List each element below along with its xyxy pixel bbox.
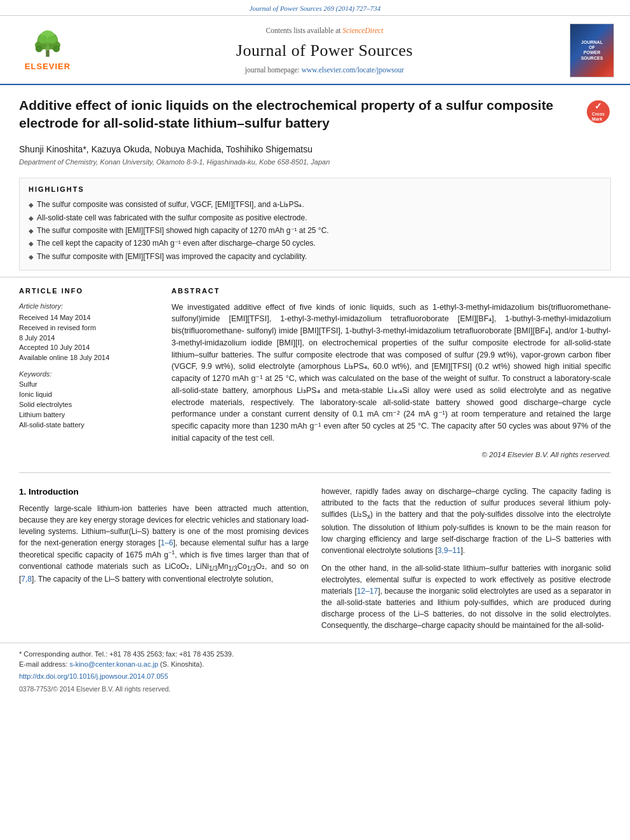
journal-cover-image: JOURNALOFPOWERSOURCES bbox=[570, 23, 614, 77]
two-col-section: ARTICLE INFO Article history: Received 1… bbox=[0, 277, 630, 467]
article-info-col: ARTICLE INFO Article history: Received 1… bbox=[19, 286, 159, 460]
abstract-col: ABSTRACT We investigated additive effect… bbox=[171, 286, 611, 460]
keywords-list: Sulfur Ionic liquid Solid electrolytes L… bbox=[19, 380, 159, 430]
email-link[interactable]: s-kino@center.konan-u.ac.jp bbox=[69, 660, 158, 668]
keywords-label: Keywords: bbox=[19, 370, 159, 380]
crossmark-icon: ✓ CrossMark bbox=[587, 100, 610, 123]
revised-date: Received in revised form8 July 2014 bbox=[19, 323, 159, 343]
header-center: Contents lists available at ScienceDirec… bbox=[89, 23, 560, 77]
highlight-item-2: All-solid-state cell was fabricated with… bbox=[29, 211, 601, 224]
email-line: E-mail address: s-kino@center.konan-u.ac… bbox=[19, 660, 611, 670]
highlight-item-4: The cell kept the capacity of 1230 mAh g… bbox=[29, 237, 601, 250]
intro-section-title: 1. Introduction bbox=[19, 486, 309, 498]
article-history-group: Article history: Received 14 May 2014 Re… bbox=[19, 302, 159, 364]
svg-rect-0 bbox=[46, 50, 49, 57]
history-label: Article history: bbox=[19, 302, 159, 312]
svg-point-8 bbox=[53, 45, 60, 52]
homepage-prefix: journal homepage: bbox=[245, 66, 302, 74]
highlight-item-5: The sulfur composite with [EMI][TFSI] wa… bbox=[29, 250, 601, 263]
elsevier-tree-icon bbox=[29, 28, 67, 60]
sciencedirect-line: Contents lists available at ScienceDirec… bbox=[266, 25, 384, 36]
journal-bar: Journal of Power Sources 269 (2014) 727–… bbox=[0, 0, 630, 16]
section-divider bbox=[19, 472, 611, 473]
publisher-logo-area: ELSEVIER bbox=[13, 23, 83, 77]
cover-title: JOURNALOFPOWERSOURCES bbox=[581, 40, 603, 62]
body-two-col: 1. Introduction Recently large-scale lit… bbox=[0, 479, 630, 637]
keywords-group: Keywords: Sulfur Ionic liquid Solid elec… bbox=[19, 370, 159, 430]
authors: Shunji Kinoshita*, Kazuya Okuda, Nobuya … bbox=[19, 144, 312, 154]
received-date: Received 14 May 2014 bbox=[19, 313, 159, 323]
highlights-title: HIGHLIGHTS bbox=[29, 185, 601, 195]
sciencedirect-prefix: Contents lists available at bbox=[266, 27, 343, 34]
affiliation: Department of Chemistry, Konan Universit… bbox=[19, 157, 611, 168]
intro-right-col: however, rapidly fades away on discharge… bbox=[321, 486, 611, 630]
page-wrapper: Journal of Power Sources 269 (2014) 727–… bbox=[0, 0, 630, 698]
elsevier-label: ELSEVIER bbox=[25, 61, 70, 73]
authors-section: Shunji Kinoshita*, Kazuya Okuda, Nobuya … bbox=[0, 139, 630, 169]
journal-citation: Journal of Power Sources 269 (2014) 727–… bbox=[250, 4, 381, 12]
keyword-2: Ionic liquid bbox=[19, 390, 159, 400]
keyword-4: Lithium battery bbox=[19, 410, 159, 420]
corresponding-author: * Corresponding author. Tel.: +81 78 435… bbox=[19, 650, 611, 660]
doi-link[interactable]: http://dx.doi.org/10.1016/j.jpowsour.201… bbox=[19, 672, 611, 682]
intro-paragraph-1: Recently large-scale lithium-ion batteri… bbox=[19, 503, 309, 585]
crossmark-badge[interactable]: ✓ CrossMark bbox=[586, 99, 611, 124]
highlights-list: The sulfur composite was consisted of su… bbox=[29, 199, 601, 263]
keyword-5: All-solid-state battery bbox=[19, 420, 159, 430]
authors-line: Shunji Kinoshita*, Kazuya Okuda, Nobuya … bbox=[19, 143, 611, 156]
svg-point-6 bbox=[48, 36, 57, 44]
svg-point-7 bbox=[36, 45, 43, 52]
highlight-item-1: The sulfur composite was consisted of su… bbox=[29, 199, 601, 211]
article-title-text: Additive effect of ionic liquids on the … bbox=[19, 97, 578, 133]
intro-paragraph-2: however, rapidly fades away on discharge… bbox=[321, 486, 611, 556]
email-prefix: E-mail address: bbox=[19, 660, 69, 668]
article-title: Additive effect of ionic liquids on the … bbox=[19, 97, 578, 133]
accepted-date: Accepted 10 July 2014 bbox=[19, 343, 159, 353]
article-title-section: Additive effect of ionic liquids on the … bbox=[0, 85, 630, 139]
header-right: JOURNALOFPOWERSOURCES bbox=[566, 23, 617, 77]
abstract-text: We investigated additive effect of five … bbox=[171, 302, 611, 444]
article-info-heading: ARTICLE INFO bbox=[19, 286, 159, 297]
elsevier-logo: ELSEVIER bbox=[25, 28, 70, 73]
issn-line: 0378-7753/© 2014 Elsevier B.V. All right… bbox=[19, 684, 611, 694]
intro-paragraph-3: On the other hand, in the all-solid-stat… bbox=[321, 563, 611, 631]
available-date: Available online 18 July 2014 bbox=[19, 353, 159, 363]
sciencedirect-link[interactable]: ScienceDirect bbox=[342, 27, 383, 34]
email-suffix: (S. Kinoshita). bbox=[158, 660, 204, 668]
highlight-item-3: The sulfur composite with [EMI][TFSI] sh… bbox=[29, 225, 601, 237]
journal-homepage: journal homepage: www.elsevier.com/locat… bbox=[245, 65, 404, 76]
homepage-url[interactable]: www.elsevier.com/locate/jpowsour bbox=[302, 66, 405, 74]
footer-section: * Corresponding author. Tel.: +81 78 435… bbox=[0, 643, 630, 698]
intro-left-col: 1. Introduction Recently large-scale lit… bbox=[19, 486, 309, 630]
highlights-section: HIGHLIGHTS The sulfur composite was cons… bbox=[19, 178, 611, 270]
svg-point-5 bbox=[38, 36, 48, 44]
abstract-heading: ABSTRACT bbox=[171, 286, 611, 297]
keyword-1: Sulfur bbox=[19, 380, 159, 390]
keyword-3: Solid electrolytes bbox=[19, 400, 159, 410]
journal-title: Journal of Power Sources bbox=[236, 39, 413, 63]
header-section: ELSEVIER Contents lists available at Sci… bbox=[0, 16, 630, 85]
copyright-line: © 2014 Elsevier B.V. All rights reserved… bbox=[171, 450, 611, 460]
